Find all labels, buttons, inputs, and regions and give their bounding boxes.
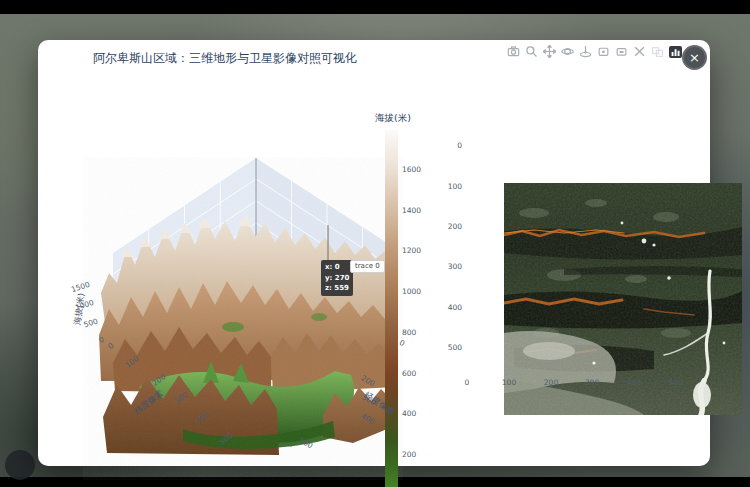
tick-label: 100 xyxy=(448,182,462,191)
map-control-button[interactable] xyxy=(5,450,35,480)
turntable-rotation-icon[interactable] xyxy=(579,45,592,58)
colorbar-tick-label: 200 xyxy=(402,450,416,459)
tick-label: 200 xyxy=(544,378,558,387)
colorbar-title: 海拔(米) xyxy=(375,112,411,125)
colorbar-tick-label: 1000 xyxy=(402,287,421,296)
reset-camera-icon[interactable] xyxy=(597,45,610,58)
pan-icon[interactable] xyxy=(543,45,556,58)
tooltip-x: x: 0 xyxy=(325,262,349,273)
screen: 阿尔卑斯山区域：三维地形与卫星影像对照可视化 xyxy=(0,0,750,487)
tick-label: 0 xyxy=(465,378,470,387)
tick-label: 0 xyxy=(457,141,462,150)
reset-camera-last-icon[interactable] xyxy=(615,45,628,58)
tick-label: 300 xyxy=(448,262,462,271)
tick-label: 500 xyxy=(448,343,462,352)
hover-compare-icon[interactable] xyxy=(651,45,664,58)
tooltip-z: z: 559 xyxy=(325,283,349,294)
figure-title: 阿尔卑斯山区域：三维地形与卫星影像对照可视化 xyxy=(93,50,357,67)
hover-tooltip-trace: trace 0 xyxy=(350,260,385,273)
tick-label: 400 xyxy=(448,303,462,312)
colorbar-tick-label: 600 xyxy=(402,368,416,377)
tick-label: 200 xyxy=(448,222,462,231)
orbit-rotation-icon[interactable] xyxy=(561,45,574,58)
colorbar-tick-label: 1400 xyxy=(402,205,421,214)
plotly-modebar xyxy=(507,45,682,58)
colorbar: 2004006008001000120014001600 xyxy=(385,130,398,487)
zoom-icon[interactable] xyxy=(525,45,538,58)
top-black-bar xyxy=(0,0,750,14)
tick-label: 400 xyxy=(627,378,641,387)
tooltip-y: y: 270 xyxy=(325,273,349,284)
plotly-logo-icon[interactable] xyxy=(669,45,682,58)
colorbar-tick-label: 1200 xyxy=(402,246,421,255)
colorbar-tick-label: 800 xyxy=(402,327,416,336)
colorbar-tick-label: 1600 xyxy=(402,164,421,173)
satellite-image-plot[interactable] xyxy=(504,183,742,415)
modal-close-button[interactable]: × xyxy=(682,45,707,70)
surface-plot[interactable] xyxy=(83,125,403,480)
colorbar-tick-label: 400 xyxy=(402,409,416,418)
hover-closest-icon[interactable] xyxy=(633,45,646,58)
tick-label: 300 xyxy=(585,378,599,387)
visualization-modal: 阿尔卑斯山区域：三维地形与卫星影像对照可视化 xyxy=(38,40,710,466)
camera-icon[interactable] xyxy=(507,45,520,58)
tick-label: 100 xyxy=(502,378,516,387)
hover-tooltip: x: 0 y: 270 z: 559 xyxy=(321,260,353,296)
colorbar-gradient xyxy=(385,130,398,487)
tick-label: 500 xyxy=(669,378,683,387)
